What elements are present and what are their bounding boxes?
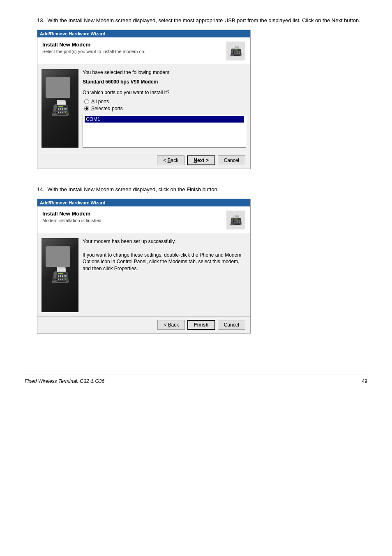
wizard-modem-name-13: Standard 56000 bps V90 Modem: [83, 79, 246, 85]
step-14-description: With the Install New Modem screen displa…: [47, 186, 219, 192]
page-footer: Fixed Wireless Terminal: G32 & G36 49: [25, 375, 367, 384]
wizard-titlebar-13: Add/Remove Hardware Wizard: [37, 30, 250, 37]
radio-label-all: All ports: [91, 99, 109, 104]
wizard-body-13: Install New Modem Select the port(s) you…: [37, 37, 250, 169]
wizard-header-13: Install New Modem Select the port(s) you…: [37, 37, 250, 65]
step-14-text: 14. With the Install New Modem screen di…: [37, 185, 367, 194]
wizard-body-14: Install New Modem Modem installation is …: [37, 206, 250, 333]
wizard-header-icon-13: 📠: [226, 42, 245, 60]
footer-page: 49: [362, 378, 367, 384]
page-content: 13. With the Install New Modem screen di…: [25, 16, 367, 384]
wizard-main-14: Your modem has been set up successfully.…: [37, 234, 250, 316]
step-13-number: 13: [37, 17, 43, 23]
wizard-content-line1-14: Your modem has been set up successfully.: [83, 238, 246, 245]
wizard-header-subtitle-14: Modem installation is finished!: [42, 218, 103, 223]
radio-selected-ports[interactable]: Selected ports: [84, 106, 246, 111]
wizard-titlebar-13-label: Add/Remove Hardware Wizard: [40, 31, 105, 36]
wizard-content-line2-14: If you want to change these settings, do…: [83, 252, 246, 272]
radio-circle-all[interactable]: [84, 99, 89, 104]
radio-all-ports[interactable]: All ports: [84, 99, 246, 104]
radio-label-selected: Selected ports: [91, 106, 123, 111]
port-list-13[interactable]: COM1: [83, 115, 246, 148]
wizard-radio-group-13: All ports Selected ports: [84, 99, 246, 111]
wizard-titlebar-14: Add/Remove Hardware Wizard: [37, 199, 250, 206]
wizard-titlebar-14-label: Add/Remove Hardware Wizard: [40, 200, 105, 205]
wizard-header-text-14: Install New Modem Modem installation is …: [42, 211, 103, 223]
cancel-button-13[interactable]: Cancel: [218, 155, 245, 165]
step-13-block: 13. With the Install New Modem screen di…: [25, 16, 367, 169]
wizard-header-subtitle-13: Select the port(s) you want to install t…: [42, 49, 145, 54]
wizard-content-14: Your modem has been set up successfully.…: [83, 238, 246, 312]
port-item-com1: COM1: [85, 116, 244, 123]
radio-circle-selected[interactable]: [84, 106, 89, 111]
next-button-13[interactable]: Next >: [187, 155, 215, 165]
wizard-header-title-14: Install New Modem: [42, 211, 103, 217]
step-14-number: 14: [37, 186, 43, 192]
wizard-header-title-13: Install New Modem: [42, 42, 145, 48]
wizard-header-icon-14: 📠: [226, 211, 245, 229]
finish-button-14[interactable]: Finish: [187, 320, 215, 330]
wizard-header-text-13: Install New Modem Select the port(s) you…: [42, 42, 145, 54]
wizard-footer-13: < Back Next > Cancel: [37, 152, 250, 169]
wizard-dialog-13: Add/Remove Hardware Wizard Install New M…: [37, 30, 251, 169]
wizard-header-14: Install New Modem Modem installation is …: [37, 206, 250, 234]
wizard-main-13: You have selected the following modem: S…: [37, 65, 250, 152]
wizard-footer-14: < Back Finish Cancel: [37, 316, 250, 333]
wizard-ports-question-13: On which ports do you want to install it…: [83, 90, 246, 95]
step-13-text: 13. With the Install New Modem screen di…: [37, 16, 367, 25]
step-13-description: With the Install New Modem screen displa…: [47, 17, 360, 23]
wizard-content-line1-13: You have selected the following modem:: [83, 69, 246, 76]
step-14-block: 14. With the Install New Modem screen di…: [25, 185, 367, 334]
wizard-side-image-13: [42, 69, 78, 148]
wizard-side-image-14: [42, 238, 78, 312]
footer-title: Fixed Wireless Terminal: G32 & G36: [25, 378, 104, 384]
cancel-button-14[interactable]: Cancel: [218, 320, 245, 330]
wizard-content-13: You have selected the following modem: S…: [83, 69, 246, 148]
back-button-14[interactable]: < Back: [157, 320, 185, 330]
back-button-13[interactable]: < Back: [157, 155, 184, 165]
wizard-dialog-14: Add/Remove Hardware Wizard Install New M…: [37, 199, 251, 334]
